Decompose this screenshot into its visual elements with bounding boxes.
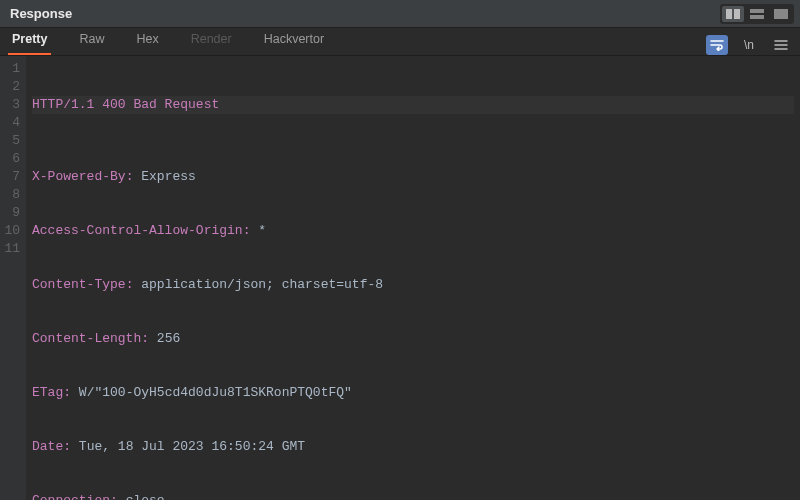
tab-raw[interactable]: Raw — [75, 28, 108, 55]
header-line: Connection: close — [32, 492, 794, 500]
line-number: 11 — [0, 240, 20, 258]
line-number: 6 — [0, 150, 20, 168]
svg-rect-2 — [750, 9, 764, 13]
svg-rect-1 — [734, 9, 740, 19]
line-number: 10 — [0, 222, 20, 240]
tab-hackvertor[interactable]: Hackvertor — [260, 28, 328, 55]
code-area[interactable]: HTTP/1.1 400 Bad Request X-Powered-By: E… — [26, 56, 800, 500]
line-number: 9 — [0, 204, 20, 222]
line-number: 4 — [0, 114, 20, 132]
code-editor[interactable]: 1234567891011 HTTP/1.1 400 Bad Request X… — [0, 56, 800, 500]
line-number: 5 — [0, 132, 20, 150]
tab-hex[interactable]: Hex — [132, 28, 162, 55]
options-button[interactable] — [770, 35, 792, 55]
titlebar: Response — [0, 0, 800, 28]
header-line: X-Powered-By: Express — [32, 168, 794, 186]
line-number-gutter: 1234567891011 — [0, 56, 26, 500]
svg-rect-4 — [774, 9, 788, 19]
tabs: Pretty Raw Hex Render Hackvertor — [8, 28, 328, 55]
status-line: HTTP/1.1 400 Bad Request — [32, 96, 794, 114]
tab-right-tools: \n — [706, 35, 792, 55]
line-number: 1 — [0, 60, 20, 78]
wrap-toggle-button[interactable] — [706, 35, 728, 55]
view-switch — [720, 4, 794, 24]
header-line: Content-Type: application/json; charset=… — [32, 276, 794, 294]
header-line: ETag: W/"100-OyH5cd4d0dJu8T1SKRonPTQ0tFQ… — [32, 384, 794, 402]
panel-title: Response — [10, 6, 72, 21]
line-number: 2 — [0, 78, 20, 96]
newline-toggle-button[interactable]: \n — [738, 35, 760, 55]
svg-rect-0 — [726, 9, 732, 19]
tab-render[interactable]: Render — [187, 28, 236, 55]
response-panel: Response Pretty Raw Hex Render Hackverto… — [0, 0, 800, 500]
header-line: Content-Length: 256 — [32, 330, 794, 348]
tab-pretty[interactable]: Pretty — [8, 28, 51, 55]
view-stack-button[interactable] — [746, 6, 768, 22]
line-number: 8 — [0, 186, 20, 204]
view-single-button[interactable] — [770, 6, 792, 22]
svg-rect-3 — [750, 15, 764, 19]
view-split-button[interactable] — [722, 6, 744, 22]
header-line: Access-Control-Allow-Origin: * — [32, 222, 794, 240]
line-number: 3 — [0, 96, 20, 114]
line-number: 7 — [0, 168, 20, 186]
header-line: Date: Tue, 18 Jul 2023 16:50:24 GMT — [32, 438, 794, 456]
tabbar: Pretty Raw Hex Render Hackvertor \n — [0, 28, 800, 56]
